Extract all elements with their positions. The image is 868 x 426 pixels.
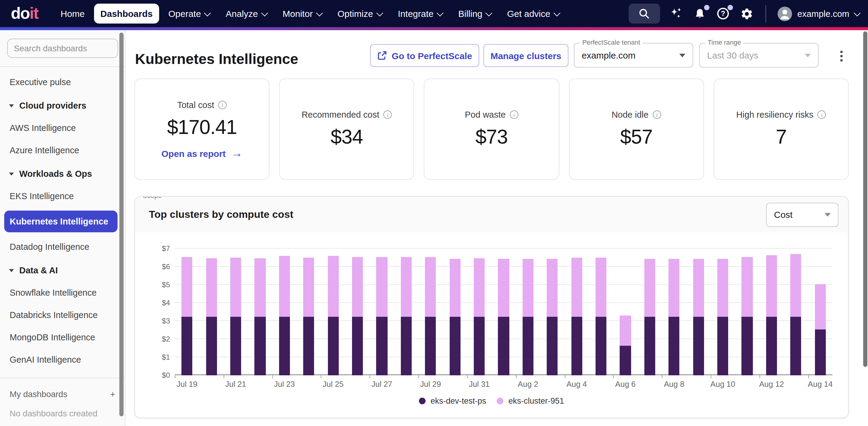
- bar-eks-cluster-951-aug-10[interactable]: [717, 259, 728, 317]
- nav-item-analyze[interactable]: Analyze: [219, 4, 274, 24]
- add-dashboard-button[interactable]: +: [110, 388, 115, 400]
- sidebar-item-datadog-intelligence[interactable]: Datadog Intelligence: [0, 238, 125, 256]
- bar-eks-cluster-951-aug-14[interactable]: [815, 284, 826, 329]
- bar-eks-dev-test-ps-aug-11[interactable]: [742, 317, 752, 375]
- nav-item-monitor[interactable]: Monitor: [276, 4, 329, 24]
- bar-eks-dev-test-ps-aug-9[interactable]: [693, 317, 704, 375]
- bar-eks-cluster-951-aug-11[interactable]: [742, 257, 752, 317]
- go-to-perfectscale-button[interactable]: Go to PerfectScale: [370, 44, 479, 67]
- sidebar-item-azure-intelligence[interactable]: Azure Intelligence: [0, 141, 125, 159]
- bar-eks-dev-test-ps-aug-3[interactable]: [547, 317, 558, 375]
- sidebar-item-databricks-intelligence[interactable]: Databricks Intelligence: [0, 306, 125, 324]
- bar-eks-cluster-951-aug-1[interactable]: [498, 259, 509, 317]
- info-icon[interactable]: i: [818, 110, 826, 119]
- bar-eks-cluster-951-jul-24[interactable]: [303, 258, 314, 317]
- search-button[interactable]: [629, 4, 660, 24]
- bar-eks-cluster-951-aug-6[interactable]: [620, 316, 631, 346]
- bar-eks-cluster-951-jul-22[interactable]: [255, 258, 266, 317]
- nav-item-optimize[interactable]: Optimize: [331, 4, 389, 24]
- bar-eks-dev-test-ps-jul-22[interactable]: [255, 317, 266, 375]
- bar-eks-dev-test-ps-aug-14[interactable]: [815, 329, 826, 375]
- sidebar-item-aws-intelligence[interactable]: AWS Intelligence: [0, 119, 125, 137]
- bar-eks-cluster-951-jul-28[interactable]: [401, 257, 412, 317]
- sidebar-item-snowflake-intelligence[interactable]: Snowflake Intelligence: [0, 284, 125, 302]
- bar-eks-cluster-951-aug-3[interactable]: [547, 259, 558, 317]
- perfectscale-tenant-select[interactable]: PerfectScale tenant example.com: [574, 43, 693, 67]
- bar-eks-dev-test-ps-aug-4[interactable]: [571, 317, 582, 375]
- bar-eks-dev-test-ps-aug-13[interactable]: [790, 317, 801, 375]
- bar-eks-dev-test-ps-jul-31[interactable]: [474, 317, 485, 375]
- info-icon[interactable]: i: [384, 110, 392, 119]
- bar-eks-cluster-951-jul-27[interactable]: [376, 257, 387, 317]
- bar-eks-dev-test-ps-jul-26[interactable]: [352, 317, 363, 375]
- nav-item-home[interactable]: Home: [54, 4, 91, 24]
- bar-eks-cluster-951-jul-30[interactable]: [450, 259, 460, 317]
- bar-eks-dev-test-ps-aug-12[interactable]: [766, 317, 777, 375]
- more-options-button[interactable]: [834, 48, 849, 64]
- sidebar-scrollbar[interactable]: [119, 33, 124, 416]
- bar-eks-cluster-951-aug-5[interactable]: [595, 258, 607, 317]
- info-icon[interactable]: i: [653, 110, 661, 119]
- bar-eks-dev-test-ps-aug-10[interactable]: [717, 317, 728, 375]
- bar-eks-cluster-951-jul-20[interactable]: [206, 258, 217, 317]
- open-as-report-link[interactable]: Open as report→: [161, 148, 242, 159]
- bar-eks-cluster-951-jul-31[interactable]: [474, 258, 485, 317]
- bar-eks-dev-test-ps-jul-27[interactable]: [376, 317, 387, 375]
- bar-eks-cluster-951-aug-13[interactable]: [790, 254, 801, 317]
- bar-eks-cluster-951-aug-12[interactable]: [766, 255, 777, 317]
- manage-clusters-button[interactable]: Manage clusters: [484, 44, 568, 67]
- info-icon[interactable]: i: [510, 110, 518, 119]
- help-button[interactable]: ?: [716, 6, 731, 21]
- sidebar-item-eks-intelligence[interactable]: EKS Intelligence: [0, 187, 125, 205]
- bar-eks-cluster-951-aug-8[interactable]: [669, 259, 680, 317]
- notifications-button[interactable]: [692, 6, 707, 21]
- page-scrollbar[interactable]: [863, 31, 867, 367]
- info-icon[interactable]: i: [218, 101, 227, 109]
- bar-eks-dev-test-ps-aug-6[interactable]: [620, 346, 631, 375]
- nav-item-integrate[interactable]: Integrate: [391, 4, 449, 24]
- bar-eks-cluster-951-aug-2[interactable]: [523, 259, 533, 317]
- scope-select[interactable]: Scope Cost: [766, 202, 838, 227]
- bar-eks-dev-test-ps-jul-23[interactable]: [279, 317, 290, 375]
- bar-eks-dev-test-ps-jul-30[interactable]: [450, 317, 460, 375]
- settings-button[interactable]: [740, 6, 754, 21]
- bar-eks-cluster-951-jul-29[interactable]: [425, 257, 436, 317]
- nav-item-operate[interactable]: Operate: [161, 4, 216, 24]
- bar-eks-cluster-951-aug-4[interactable]: [571, 258, 582, 317]
- sidebar-item-mongodb-intelligence[interactable]: MongoDB Intelligence: [0, 328, 125, 346]
- bar-eks-dev-test-ps-aug-1[interactable]: [498, 317, 509, 375]
- bar-eks-cluster-951-jul-21[interactable]: [230, 258, 241, 317]
- bar-eks-cluster-951-jul-25[interactable]: [328, 256, 338, 317]
- user-menu[interactable]: example.com: [778, 6, 860, 21]
- ai-assistant-button[interactable]: [669, 6, 684, 21]
- bar-eks-dev-test-ps-aug-7[interactable]: [644, 317, 655, 375]
- bar-eks-dev-test-ps-jul-28[interactable]: [401, 317, 412, 375]
- bar-eks-dev-test-ps-jul-21[interactable]: [230, 317, 241, 375]
- sidebar-item-executive-pulse[interactable]: Executive pulse: [0, 73, 125, 91]
- time-range-select[interactable]: Time range Last 30 days: [699, 43, 818, 67]
- nav-item-billing[interactable]: Billing: [452, 4, 498, 24]
- search-dashboards-input[interactable]: [7, 38, 118, 58]
- sidebar-item-data-ai[interactable]: Data & AI: [0, 262, 125, 278]
- bar-eks-dev-test-ps-jul-19[interactable]: [181, 317, 192, 375]
- nav-item-dashboards[interactable]: Dashboards: [94, 4, 159, 24]
- bar-eks-cluster-951-aug-7[interactable]: [644, 259, 655, 317]
- bar-eks-dev-test-ps-jul-29[interactable]: [425, 317, 436, 375]
- bar-eks-cluster-951-jul-26[interactable]: [352, 257, 363, 317]
- doit-logo[interactable]: doit: [11, 4, 38, 23]
- bar-eks-dev-test-ps-aug-2[interactable]: [523, 317, 533, 375]
- sidebar-item-cloud-providers[interactable]: Cloud providers: [0, 98, 125, 113]
- sidebar-item-workloads-ops[interactable]: Workloads & Ops: [0, 166, 125, 181]
- bar-eks-dev-test-ps-jul-24[interactable]: [303, 317, 314, 375]
- bar-eks-cluster-951-jul-19[interactable]: [181, 257, 192, 317]
- legend-item-eks-dev-test-ps[interactable]: eks-dev-test-ps: [419, 396, 486, 405]
- sidebar-item-kubernetes-intelligence[interactable]: Kubernetes Intelligence: [4, 210, 118, 232]
- bar-eks-cluster-951-jul-23[interactable]: [279, 256, 290, 317]
- bar-eks-dev-test-ps-jul-20[interactable]: [206, 317, 217, 375]
- bar-eks-dev-test-ps-aug-8[interactable]: [669, 317, 680, 375]
- bar-eks-dev-test-ps-jul-25[interactable]: [328, 317, 338, 375]
- nav-item-get-advice[interactable]: Get advice: [501, 4, 566, 24]
- bar-eks-dev-test-ps-aug-5[interactable]: [595, 317, 607, 375]
- sidebar-item-genai-intelligence[interactable]: GenAI Intelligence: [0, 350, 125, 369]
- bar-eks-cluster-951-aug-9[interactable]: [693, 259, 704, 317]
